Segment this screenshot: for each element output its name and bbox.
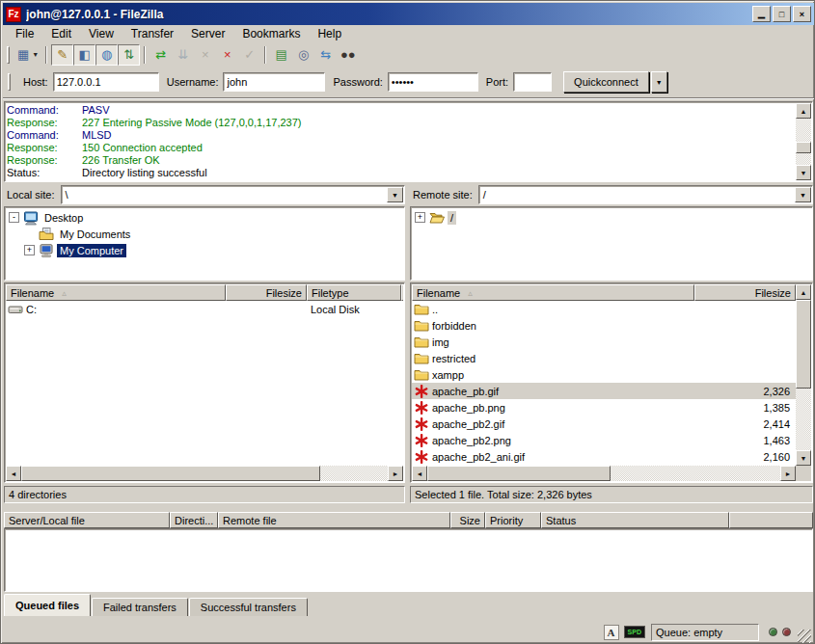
tab-successful-transfers[interactable]: Successful transfers: [189, 598, 308, 616]
collapse-icon[interactable]: -: [9, 212, 19, 223]
scroll-right-button[interactable]: ►: [780, 466, 796, 481]
resize-grip-icon[interactable]: [798, 630, 811, 643]
scrollbar-thumb[interactable]: [796, 300, 811, 389]
local-horizontal-scrollbar[interactable]: ◄ ►: [6, 466, 403, 481]
close-button[interactable]: ×: [793, 6, 811, 22]
file-row[interactable]: apache_pb2.png 1,463: [412, 432, 796, 448]
maximize-button[interactable]: □: [773, 6, 791, 22]
directory-comparison-button[interactable]: ◎: [292, 44, 314, 66]
scroll-down-button[interactable]: ▼: [796, 450, 811, 466]
column-header-size[interactable]: Size: [450, 512, 485, 528]
tab-failed-transfers[interactable]: Failed transfers: [92, 598, 188, 616]
sort-ascending-icon: ▵: [468, 288, 473, 298]
file-row[interactable]: apache_pb2_ani.gif 2,160: [412, 448, 796, 465]
column-header-remote-file[interactable]: Remote file: [218, 512, 450, 528]
menu-transfer[interactable]: Transfer: [122, 25, 182, 42]
menu-edit[interactable]: Edit: [42, 25, 80, 42]
log-scrollbar[interactable]: ▲ ▼: [796, 103, 811, 180]
site-manager-button[interactable]: ▦▼: [14, 44, 41, 66]
username-input[interactable]: [223, 72, 325, 92]
menu-file[interactable]: File: [7, 25, 42, 42]
column-header-filetype[interactable]: Filetype: [307, 284, 401, 301]
toggle-message-log-button[interactable]: ✎: [51, 44, 73, 66]
scrollbar-thumb[interactable]: [427, 466, 611, 481]
menu-bookmarks[interactable]: Bookmarks: [233, 25, 309, 42]
file-row[interactable]: apache_pb2.gif 2,414: [412, 416, 796, 432]
scroll-down-button[interactable]: ▼: [796, 165, 811, 180]
file-row[interactable]: xampp: [412, 366, 796, 383]
activity-led: [769, 628, 777, 636]
column-header-filesize[interactable]: Filesize: [226, 284, 307, 301]
file-row[interactable]: img: [412, 334, 796, 350]
log-line-text: 226 Transfer OK: [82, 154, 160, 167]
column-header-status[interactable]: Status: [541, 512, 729, 528]
expand-icon[interactable]: +: [24, 245, 35, 255]
dropdown-arrow-icon[interactable]: ▼: [32, 51, 39, 58]
toggle-remote-tree-button[interactable]: ◍: [95, 44, 118, 66]
menu-help[interactable]: Help: [309, 25, 350, 42]
minimize-button[interactable]: ▁: [752, 6, 771, 22]
find-files-button[interactable]: ●●: [337, 44, 359, 66]
title-bar[interactable]: Fz john@127.0.0.1 - FileZilla ▁ □ ×: [3, 3, 814, 25]
host-input[interactable]: [53, 72, 159, 92]
transfer-type-icon[interactable]: A: [604, 625, 619, 640]
sync-browsing-button[interactable]: ⇆: [314, 44, 337, 66]
menu-view[interactable]: View: [80, 25, 122, 42]
column-header-lastmodified[interactable]: L: [401, 284, 403, 301]
column-header-direction[interactable]: Directi...: [170, 512, 218, 528]
filter-button[interactable]: ▤: [270, 44, 292, 66]
file-row[interactable]: ..: [412, 301, 796, 317]
disconnect-button[interactable]: ×: [216, 44, 238, 66]
scrollbar-thumb[interactable]: [21, 466, 320, 481]
refresh-button[interactable]: ⇄: [149, 44, 172, 66]
remote-site-combobox[interactable]: / ▼: [478, 185, 813, 204]
scroll-left-button[interactable]: ◄: [412, 466, 427, 481]
scroll-up-icon: ▲: [801, 108, 807, 115]
column-header-filename[interactable]: Filename ▵: [412, 284, 694, 301]
log-line: Command:MLSD: [7, 129, 795, 142]
remote-vertical-scrollbar[interactable]: ▲ ▼: [796, 284, 811, 466]
toolbar-separator: [45, 46, 47, 64]
scroll-left-button[interactable]: ◄: [6, 466, 21, 481]
scrollbar-thumb[interactable]: [796, 142, 811, 153]
tab-queued-files[interactable]: Queued files: [4, 594, 91, 616]
quickconnect-grip[interactable]: [8, 73, 11, 91]
speed-limit-icon[interactable]: SPD: [624, 626, 645, 638]
drive-icon: [8, 302, 23, 317]
scroll-up-button[interactable]: ▲: [796, 103, 811, 119]
expand-icon[interactable]: +: [415, 212, 425, 223]
tree-item-my-documents[interactable]: My Documents: [9, 226, 404, 242]
local-site-combobox[interactable]: \ ▼: [61, 185, 405, 204]
file-row[interactable]: apache_pb.gif 2,326: [412, 383, 796, 399]
queue-list[interactable]: [4, 528, 813, 592]
tree-item-root[interactable]: + /: [415, 209, 812, 226]
scroll-up-button[interactable]: ▲: [796, 284, 811, 300]
toolbar-grip[interactable]: [7, 46, 10, 64]
password-input[interactable]: [388, 72, 478, 92]
file-row[interactable]: C: Local Disk: [6, 301, 403, 317]
toggle-queue-button[interactable]: ⇅: [118, 44, 140, 66]
log-line-text: PASV: [82, 104, 110, 117]
menu-server[interactable]: Server: [182, 25, 233, 42]
file-row[interactable]: forbidden: [412, 317, 796, 334]
refresh-icon: ⇄: [155, 47, 166, 62]
status-bar: A SPD Queue: empty: [3, 621, 814, 643]
remote-site-dropdown-button[interactable]: ▼: [795, 187, 811, 202]
column-header-server-local-file[interactable]: Server/Local file: [4, 512, 170, 528]
local-site-dropdown-button[interactable]: ▼: [387, 187, 403, 202]
column-header-filename[interactable]: Filename ▵: [6, 284, 226, 301]
remote-horizontal-scrollbar[interactable]: ◄ ►: [412, 466, 796, 481]
quickconnect-button[interactable]: Quickconnect: [563, 71, 649, 93]
toggle-local-tree-button[interactable]: ◧: [73, 44, 95, 66]
port-input[interactable]: [513, 72, 552, 92]
quickconnect-dropdown-button[interactable]: ▼: [651, 71, 667, 93]
file-row[interactable]: apache_pb.png 1,385: [412, 399, 796, 416]
scroll-right-button[interactable]: ►: [388, 466, 403, 481]
file-row[interactable]: restricted: [412, 350, 796, 366]
file-name: apache_pb2.gif: [432, 418, 504, 430]
tree-item-my-computer[interactable]: + My Computer: [9, 242, 404, 258]
tree-item-desktop[interactable]: - Desktop: [9, 209, 404, 226]
column-header-priority[interactable]: Priority: [485, 512, 541, 528]
dropdown-icon: ▼: [392, 192, 398, 199]
column-header-filesize[interactable]: Filesize: [694, 284, 796, 301]
